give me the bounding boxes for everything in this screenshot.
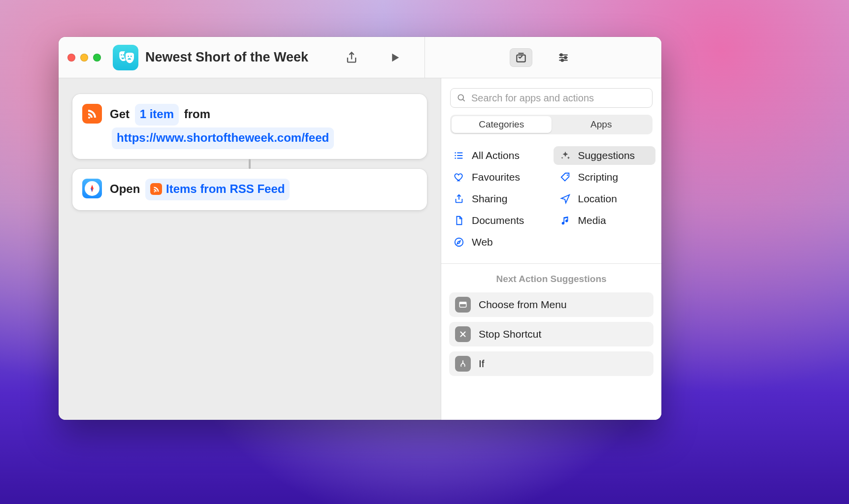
shortcut-icon	[113, 45, 138, 70]
suggestion-label: Choose from Menu	[479, 299, 567, 311]
category-location[interactable]: Location	[554, 189, 656, 208]
compass-icon	[87, 183, 98, 194]
open-variable-label: Items from RSS Feed	[166, 179, 285, 199]
content-area: Get 1 item from https://www.shortofthewe…	[59, 78, 661, 420]
library-panel-button[interactable]	[510, 48, 532, 67]
category-label: Scripting	[578, 171, 619, 183]
sparkles-icon	[559, 150, 571, 161]
action-get-rss[interactable]: Get 1 item from https://www.shortofthewe…	[72, 94, 427, 159]
category-documents[interactable]: Documents	[447, 211, 550, 230]
category-web[interactable]: Web	[447, 233, 550, 252]
category-label: All Actions	[472, 150, 520, 161]
suggestion-stop-shortcut[interactable]: Stop Shortcut	[449, 322, 653, 346]
safari-outline-icon	[453, 237, 465, 248]
action-connector	[249, 159, 251, 169]
svg-point-12	[566, 175, 568, 176]
run-button[interactable]	[387, 50, 403, 65]
safari-action-icon	[82, 179, 102, 198]
library-tabs: Categories Apps	[450, 115, 653, 134]
action-open-url[interactable]: Open Items from RSS Feed	[72, 169, 427, 210]
suggestion-label: If	[479, 358, 485, 370]
category-scripting[interactable]: Scripting	[554, 168, 656, 187]
from-word: from	[184, 107, 210, 121]
category-label: Favourites	[472, 171, 520, 183]
share-up-icon	[453, 193, 465, 204]
category-label: Media	[578, 215, 606, 226]
svg-marker-5	[92, 185, 94, 189]
tab-apps[interactable]: Apps	[552, 116, 652, 133]
open-variable-token[interactable]: Items from RSS Feed	[145, 179, 290, 200]
close-window-button[interactable]	[67, 54, 75, 62]
svg-rect-0	[517, 55, 525, 62]
shortcuts-editor-window: Newest Short of the Week	[59, 37, 661, 420]
svg-point-11	[455, 238, 463, 247]
svg-point-9	[455, 155, 456, 157]
sliders-icon	[557, 51, 570, 64]
menu-icon	[455, 297, 471, 313]
zoom-window-button[interactable]	[93, 54, 101, 62]
theater-masks-icon	[117, 49, 134, 66]
svg-point-8	[455, 152, 456, 154]
suggestions-heading: Next Action Suggestions	[449, 274, 653, 284]
category-label: Web	[472, 236, 493, 248]
suggestion-label: Stop Shortcut	[479, 328, 541, 340]
minimize-window-button[interactable]	[80, 54, 88, 62]
categories-grid: All Actions Favourites Sharing Docu	[441, 139, 661, 264]
document-icon	[453, 215, 465, 226]
rss-icon	[153, 186, 160, 193]
item-count-token[interactable]: 1 item	[135, 104, 179, 126]
list-icon	[453, 150, 465, 161]
tag-icon	[559, 172, 571, 183]
svg-marker-6	[91, 189, 92, 192]
svg-rect-14	[459, 302, 466, 304]
svg-point-10	[455, 158, 456, 159]
library-sidebar: Categories Apps All Actions Favourites	[441, 78, 661, 420]
svg-point-2	[564, 56, 566, 58]
window-title: Newest Short of the Week	[145, 50, 308, 65]
category-favourites[interactable]: Favourites	[447, 168, 550, 187]
workflow-canvas[interactable]: Get 1 item from https://www.shortofthewe…	[59, 78, 441, 420]
category-suggestions[interactable]: Suggestions	[554, 146, 656, 165]
suggestions-section: Next Action Suggestions Choose from Menu…	[441, 264, 661, 381]
category-sharing[interactable]: Sharing	[447, 189, 550, 208]
svg-point-7	[458, 94, 463, 100]
category-label: Location	[578, 193, 617, 205]
share-icon	[345, 51, 359, 64]
x-icon	[455, 326, 471, 342]
get-verb: Get	[110, 107, 130, 121]
feed-url-token[interactable]: https://www.shortoftheweek.com/feed	[112, 127, 334, 149]
svg-point-1	[560, 54, 562, 56]
action-search-input[interactable]	[471, 93, 646, 104]
rss-icon	[86, 108, 98, 120]
svg-point-3	[561, 59, 563, 61]
titlebar-divider	[424, 37, 425, 78]
music-note-icon	[559, 215, 571, 226]
action-get-rss-text: Get 1 item from https://www.shortofthewe…	[110, 103, 417, 150]
location-arrow-icon	[559, 193, 571, 204]
open-verb: Open	[110, 182, 140, 195]
rss-action-icon	[82, 104, 102, 124]
category-label: Sharing	[472, 193, 507, 205]
titlebar: Newest Short of the Week	[59, 37, 661, 78]
category-all-actions[interactable]: All Actions	[447, 146, 550, 165]
branch-icon	[455, 356, 471, 372]
play-icon	[388, 51, 402, 64]
category-label: Suggestions	[578, 150, 635, 161]
window-controls	[67, 54, 101, 62]
category-media[interactable]: Media	[554, 211, 656, 230]
suggestion-if[interactable]: If	[449, 351, 653, 376]
share-button[interactable]	[344, 50, 359, 65]
rss-mini-icon	[150, 183, 162, 195]
library-icon	[515, 51, 527, 64]
suggestion-choose-from-menu[interactable]: Choose from Menu	[449, 292, 653, 317]
action-search[interactable]	[450, 88, 653, 108]
heart-icon	[453, 172, 465, 183]
category-label: Documents	[472, 215, 524, 226]
tab-categories[interactable]: Categories	[452, 116, 552, 133]
search-icon	[457, 93, 466, 103]
settings-panel-button[interactable]	[552, 48, 575, 67]
action-open-text: Open Items from RSS Feed	[110, 178, 417, 201]
